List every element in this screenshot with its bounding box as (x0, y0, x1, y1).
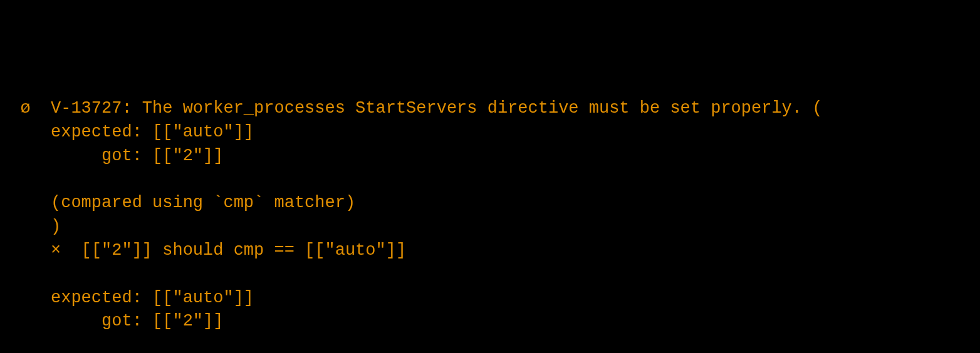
line-text: got: [["2"]] (31, 312, 224, 330)
terminal-output: ø V-13727: The worker_processes StartSer… (0, 97, 980, 353)
line-marker (0, 123, 31, 141)
line-text: V-13727: The worker_processes StartServe… (31, 99, 823, 118)
line-text: expected: [["auto"]] (31, 123, 254, 141)
line-marker (0, 289, 31, 307)
terminal-line: expected: [["auto"]] (0, 121, 980, 145)
line-marker (0, 170, 31, 189)
terminal-line (0, 263, 980, 287)
terminal-line: got: [["2"]] (0, 145, 980, 168)
line-marker (0, 241, 31, 260)
line-marker (0, 146, 31, 165)
line-marker (0, 193, 31, 212)
line-text: ) (31, 217, 61, 236)
terminal-line: expected: [["auto"]] (0, 287, 980, 310)
line-text: × [["2"]] should cmp == [["auto"]] (31, 241, 407, 260)
terminal-line (0, 168, 980, 192)
terminal-line: × [["2"]] should cmp == [["auto"]] (0, 239, 980, 263)
line-text: (compared using `cmp` matcher) (31, 193, 355, 212)
line-marker (0, 217, 31, 236)
line-marker (0, 335, 31, 353)
terminal-line: (compared using `cmp` matcher) (0, 192, 980, 215)
terminal-line (0, 334, 980, 353)
terminal-line: got: [["2"]] (0, 310, 980, 334)
terminal-line: ø V-13727: The worker_processes StartSer… (0, 97, 980, 121)
terminal-line: ) (0, 215, 980, 239)
line-marker (0, 312, 31, 330)
line-text: got: [["2"]] (31, 146, 224, 165)
line-marker: ø (0, 99, 31, 118)
line-text: expected: [["auto"]] (31, 289, 254, 307)
line-marker (0, 265, 31, 284)
